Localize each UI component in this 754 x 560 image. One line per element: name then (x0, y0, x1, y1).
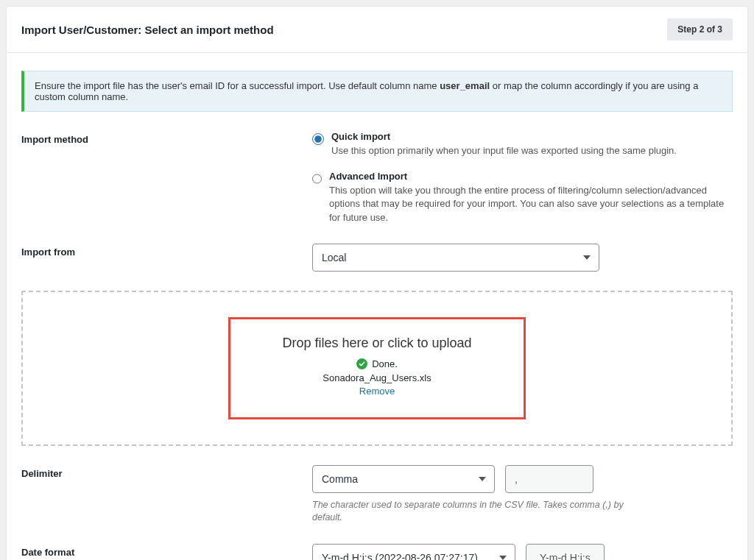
upload-done-text: Done. (372, 358, 398, 369)
step-badge: Step 2 of 3 (667, 18, 733, 40)
remove-file-link[interactable]: Remove (359, 386, 395, 397)
file-dropzone[interactable]: Drop files here or click to upload Done.… (21, 291, 733, 446)
check-circle-icon (356, 358, 367, 369)
radio-advanced-import-input[interactable] (312, 173, 322, 185)
date-format-sample-button[interactable]: Y-m-d H:i:s (526, 544, 605, 560)
delimiter-select-wrap: Comma (312, 465, 495, 493)
import-from-select[interactable]: Local (312, 244, 599, 272)
upload-done-line: Done. (282, 358, 471, 369)
radio-quick-title: Quick import (331, 131, 677, 142)
label-import-from: Import from (21, 244, 312, 258)
label-delimiter: Delimiter (21, 465, 312, 479)
dropzone-highlight: Drop files here or click to upload Done.… (228, 317, 525, 419)
info-notice: Ensure the import file has the user's em… (21, 71, 733, 112)
card-body: Ensure the import file has the user's em… (7, 53, 747, 560)
label-date-format: Date format (21, 544, 312, 558)
radio-advanced-title: Advanced Import (329, 171, 733, 182)
page-title: Import User/Customer: Select an import m… (21, 24, 274, 36)
row-date-format: Date format Y-m-d H:i:s (2022-08-26 07:2… (21, 544, 733, 560)
radio-advanced-import[interactable]: Advanced Import This option will take yo… (312, 171, 733, 224)
row-import-method: Import method Quick import Use this opti… (21, 131, 733, 224)
notice-bold: user_email (440, 80, 490, 91)
radio-advanced-desc: This option will take you through the en… (329, 184, 733, 224)
delimiter-helper: The character used to separate columns i… (312, 499, 629, 525)
radio-quick-import[interactable]: Quick import Use this option primarily w… (312, 131, 733, 157)
card-header: Import User/Customer: Select an import m… (7, 7, 747, 53)
import-from-select-wrap: Local (312, 244, 599, 272)
date-format-select-wrap: Y-m-d H:i:s (2022-08-26 07:27:17) (312, 544, 515, 560)
row-import-from: Import from Local (21, 244, 733, 272)
notice-prefix: Ensure the import file has the user's em… (35, 80, 440, 91)
delimiter-select[interactable]: Comma (312, 465, 495, 493)
uploaded-filename: Sonadora_Aug_Users.xls (282, 372, 471, 383)
date-format-select[interactable]: Y-m-d H:i:s (2022-08-26 07:27:17) (312, 544, 515, 560)
radio-quick-desc: Use this option primarily when your inpu… (331, 144, 677, 157)
label-import-method: Import method (21, 131, 312, 145)
import-method-options: Quick import Use this option primarily w… (312, 131, 733, 224)
radio-quick-import-input[interactable] (312, 133, 324, 145)
row-delimiter: Delimiter Comma The character used to se… (21, 465, 733, 525)
delimiter-char-input[interactable] (505, 465, 593, 493)
dropzone-title: Drop files here or click to upload (282, 336, 471, 351)
import-card: Import User/Customer: Select an import m… (6, 6, 748, 560)
